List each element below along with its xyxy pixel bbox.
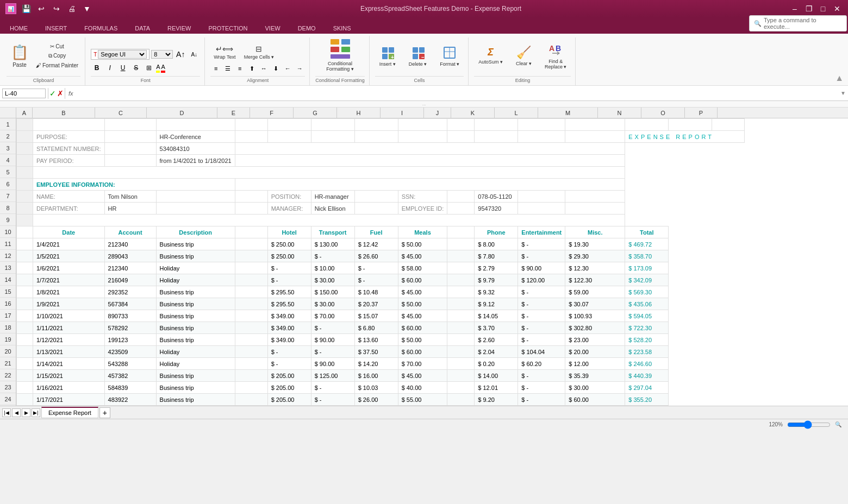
cell-c3[interactable] — [104, 143, 156, 155]
header-hotel[interactable]: Hotel — [267, 226, 311, 238]
col-header-k[interactable]: K — [451, 108, 495, 118]
col-header-a[interactable]: A — [16, 108, 33, 118]
header-phone[interactable]: Phone — [475, 226, 518, 238]
cell-f7[interactable]: POSITION: — [267, 191, 311, 203]
cell-j1[interactable] — [447, 119, 475, 131]
indent-increase-btn[interactable]: → — [294, 63, 305, 74]
header-transport[interactable]: Transport — [311, 226, 354, 238]
undo-btn[interactable]: ↩ — [36, 3, 47, 14]
tab-view[interactable]: VIEW — [257, 23, 289, 34]
cell-b5[interactable] — [33, 167, 625, 179]
cell-a5[interactable] — [17, 167, 33, 179]
sheet-tab-expense-report[interactable]: Expense Report — [41, 407, 98, 418]
bold-button[interactable]: B — [91, 62, 103, 74]
command-search-box[interactable]: 🔍 Type a command to execute... — [749, 15, 847, 32]
cell-l7[interactable] — [518, 191, 565, 203]
col-header-f[interactable]: F — [250, 108, 294, 118]
cell-h1[interactable] — [354, 119, 398, 131]
cell-c7[interactable]: Tom Nilson — [104, 191, 156, 203]
cell-k2[interactable] — [475, 131, 518, 143]
formula-expand-btn[interactable]: ▼ — [840, 90, 846, 96]
tab-data[interactable]: DATA — [126, 23, 159, 34]
cell-a2[interactable] — [17, 131, 33, 143]
cell-h8[interactable] — [354, 203, 398, 215]
cell-a4[interactable] — [17, 155, 33, 167]
cell-e4[interactable] — [235, 155, 625, 167]
cell-b3[interactable]: STATEMENT NUMBER: — [33, 143, 105, 155]
cell-i1[interactable] — [398, 119, 447, 131]
col-header-n[interactable]: N — [598, 108, 641, 118]
header-description[interactable]: Description — [156, 226, 235, 238]
indent-decrease-btn[interactable]: ← — [282, 63, 293, 74]
cell-i8[interactable]: EMPLOYEE ID: — [398, 203, 447, 215]
cell-h2[interactable] — [354, 131, 398, 143]
col-header-e[interactable]: E — [217, 108, 250, 118]
delete-button[interactable]: – Delete ▾ — [404, 43, 432, 69]
tab-demo[interactable]: DEMO — [289, 23, 325, 34]
cell-d4[interactable]: from 1/4/2021 to 1/18/2021 — [156, 155, 235, 167]
font-size-select[interactable]: 89101112 — [151, 50, 173, 59]
redo-btn[interactable]: ↪ — [51, 3, 62, 14]
tab-protection[interactable]: PROTECTION — [199, 23, 256, 34]
header-meals[interactable]: Meals — [398, 226, 447, 238]
cell-i7[interactable]: SSN: — [398, 191, 447, 203]
cell-o1[interactable] — [669, 119, 712, 131]
format-painter-button[interactable]: 🖌 Format Painter — [34, 61, 80, 70]
cell-e1[interactable] — [235, 119, 267, 131]
header-date[interactable]: Date — [33, 226, 105, 238]
zoom-100-btn[interactable]: 🔍 — [835, 421, 841, 427]
cell-g8[interactable]: Nick Ellison — [311, 203, 354, 215]
more-btn[interactable]: ▼ — [82, 3, 92, 14]
font-family-select[interactable]: Segoe UI — [98, 50, 147, 59]
sheet-nav-last[interactable]: ▶| — [32, 408, 40, 417]
cell-b1[interactable] — [33, 119, 105, 131]
cell-f8[interactable]: MANAGER: — [267, 203, 311, 215]
cell-k8[interactable]: 9547320 — [475, 203, 518, 215]
conditional-formatting-button[interactable]: ConditionalFormatting ▾ — [315, 36, 365, 74]
cell-f1[interactable] — [267, 119, 311, 131]
cell-d8[interactable] — [156, 203, 235, 215]
cell-m1[interactable] — [565, 119, 625, 131]
name-box[interactable] — [2, 89, 46, 98]
header-fuel[interactable]: Fuel — [354, 226, 398, 238]
cell-e8[interactable] — [235, 203, 267, 215]
tab-home[interactable]: HOME — [1, 23, 36, 34]
restore-btn[interactable]: ❐ — [803, 3, 814, 14]
cell-k1[interactable] — [475, 119, 518, 131]
cell-e2[interactable] — [235, 131, 267, 143]
cut-button[interactable]: ✂ Cut — [34, 42, 80, 51]
header-account[interactable]: Account — [104, 226, 156, 238]
cell-d1[interactable] — [156, 119, 235, 131]
cell-c8[interactable]: HR — [104, 203, 156, 215]
cell-a3[interactable] — [17, 143, 33, 155]
close-btn[interactable]: ✕ — [832, 3, 843, 14]
ribbon-collapse-btn[interactable]: ▲ — [833, 71, 846, 85]
collapse-bar[interactable]: ... — [0, 101, 848, 108]
sheet-nav-prev[interactable]: ◀ — [12, 408, 21, 417]
add-sheet-btn[interactable]: + — [99, 407, 110, 418]
italic-button[interactable]: I — [104, 62, 116, 74]
cell-d2[interactable]: HR-Conference — [156, 131, 235, 143]
col-header-p[interactable]: P — [685, 108, 718, 118]
align-bottom-btn[interactable]: ⬇ — [270, 63, 281, 74]
quick-save-btn[interactable]: 💾 — [21, 3, 32, 14]
align-center-btn[interactable]: ☰ — [222, 63, 233, 74]
col-header-h[interactable]: H — [337, 108, 381, 118]
col-header-c[interactable]: C — [95, 108, 147, 118]
insert-button[interactable]: + Insert ▾ — [375, 43, 400, 69]
cell-i2[interactable] — [398, 131, 447, 143]
paste-button[interactable]: 📋 Paste — [7, 42, 33, 70]
align-left-btn[interactable]: ≡ — [210, 63, 221, 74]
cell-c1[interactable] — [104, 119, 156, 131]
cell-g2[interactable] — [311, 131, 354, 143]
header-entertainment[interactable]: Entertainment — [518, 226, 565, 238]
cell-b8[interactable]: DEPARTMENT: — [33, 203, 105, 215]
cell-j8[interactable] — [447, 203, 475, 215]
col-header-d[interactable]: D — [147, 108, 217, 118]
header-j[interactable] — [447, 226, 475, 238]
cell-a8[interactable] — [17, 203, 33, 215]
validate-btn[interactable]: ✓ — [49, 89, 56, 98]
increase-font-btn[interactable]: A↑ — [174, 48, 186, 60]
copy-button[interactable]: ⧉ Copy — [34, 52, 80, 60]
font-color-btn-wrap[interactable]: A — [161, 64, 165, 73]
